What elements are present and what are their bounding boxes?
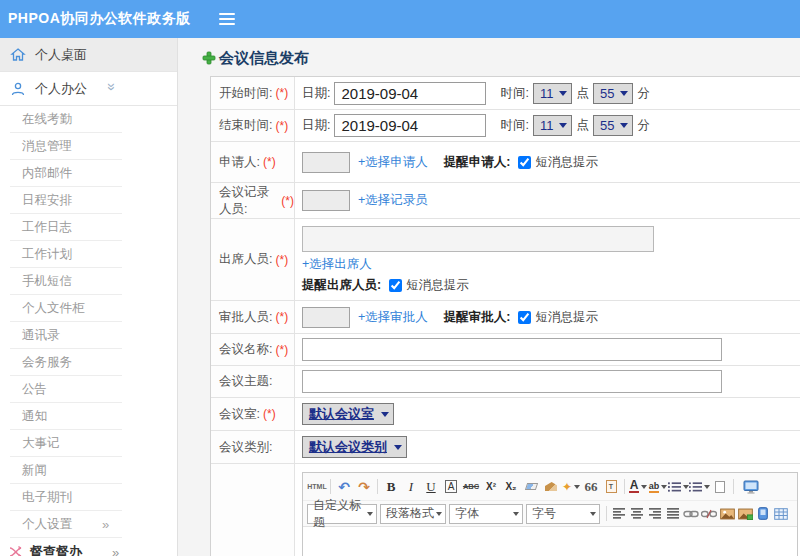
fullscreen-button[interactable]: [741, 477, 761, 497]
media-icon: [758, 507, 768, 520]
italic-button[interactable]: I: [401, 477, 421, 497]
heading-select[interactable]: 自定义标题: [307, 504, 377, 524]
underline-button[interactable]: U: [421, 477, 441, 497]
sidebar-item-schedule[interactable]: 日程安排: [0, 187, 177, 214]
choose-applicant-link[interactable]: +选择申请人: [358, 154, 428, 171]
ordered-list-button[interactable]: [668, 477, 689, 497]
sidebar-item-online-attendance[interactable]: 在线考勤: [0, 106, 177, 133]
hour-unit-label: 点: [576, 117, 589, 134]
shuffle-icon: [8, 544, 24, 556]
choose-approver-link[interactable]: +选择审批人: [358, 309, 428, 326]
start-date-input[interactable]: [334, 82, 486, 105]
end-time-row: 结束时间: (*) 日期: 时间: 11 点 55 分: [211, 110, 800, 142]
align-left-button[interactable]: [610, 504, 628, 524]
approver-input[interactable]: [302, 307, 350, 328]
sidebar-item-label: 公告: [22, 381, 47, 398]
date-label: 日期:: [302, 85, 330, 102]
paste-button[interactable]: T: [601, 477, 621, 497]
sidebar-item-personal-settings[interactable]: 个人设置 »: [0, 511, 177, 538]
superscript-button[interactable]: X²: [481, 477, 501, 497]
dropdown-arrow-icon: [394, 445, 402, 450]
attendees-textarea[interactable]: [302, 226, 654, 252]
sidebar-item-personal-office[interactable]: 个人办公 »: [0, 72, 177, 106]
paragraph-format-select[interactable]: 段落格式: [380, 504, 446, 524]
approver-sms-checkbox[interactable]: [518, 311, 531, 324]
hour-unit-label: 点: [576, 85, 589, 102]
sidebar-item-meeting-service[interactable]: 会务服务: [0, 349, 177, 376]
font-family-select[interactable]: 字体: [449, 504, 523, 524]
meeting-room-select[interactable]: 默认会议室: [302, 403, 394, 425]
bold-button[interactable]: B: [381, 477, 401, 497]
font-size-select[interactable]: 字号: [526, 504, 600, 524]
ordered-list-icon: [668, 481, 681, 493]
editor-toolbar-row2: 自定义标题 段落格式 字体 字号: [303, 500, 797, 527]
sidebar-item-mobile-sms[interactable]: 手机短信: [0, 268, 177, 295]
strikethrough-button[interactable]: ABC: [461, 477, 481, 497]
font-color-button[interactable]: A: [628, 477, 648, 497]
sidebar-item-contacts[interactable]: 通讯录: [0, 322, 177, 349]
sidebar-item-label: 电子期刊: [22, 489, 72, 506]
end-hour-select[interactable]: 11: [533, 115, 573, 136]
meeting-topic-input[interactable]: [302, 370, 722, 393]
sidebar-item-e-journal[interactable]: 电子期刊: [0, 484, 177, 511]
sidebar-item-work-log[interactable]: 工作日志: [0, 214, 177, 241]
auto-format-button[interactable]: ✦: [561, 477, 581, 497]
editor-content-area[interactable]: [303, 527, 797, 556]
insert-table-button[interactable]: [772, 504, 790, 524]
format-brush-button[interactable]: [541, 477, 561, 497]
hamburger-menu-icon[interactable]: [219, 10, 235, 28]
subscript-button[interactable]: X₂: [501, 477, 521, 497]
redo-button[interactable]: ↷: [354, 477, 374, 497]
sidebar-item-notice[interactable]: 通知: [0, 403, 177, 430]
end-minute-select[interactable]: 55: [593, 115, 633, 136]
start-minute-select[interactable]: 55: [593, 83, 633, 104]
html-source-button[interactable]: HTML: [307, 477, 327, 497]
sms-notify-label: 短消息提示: [535, 309, 598, 326]
field-label: 审批人员: (*): [211, 301, 295, 333]
sidebar-item-personal-files[interactable]: 个人文件柜: [0, 295, 177, 322]
meeting-category-select[interactable]: 默认会议类别: [302, 436, 407, 458]
insert-link-button[interactable]: [682, 504, 700, 524]
choose-recorder-link[interactable]: +选择记录员: [358, 192, 428, 209]
sidebar-item-memorabilia[interactable]: 大事记: [0, 430, 177, 457]
highlight-button[interactable]: ab: [648, 477, 668, 497]
recorder-row: 会议记录人员: (*) +选择记录员: [211, 183, 800, 219]
upload-image-button[interactable]: [736, 504, 754, 524]
char-border-button[interactable]: A: [441, 477, 461, 497]
choose-attendees-link[interactable]: +选择出席人: [302, 256, 372, 273]
sidebar-item-message-management[interactable]: 消息管理: [0, 133, 177, 160]
align-right-button[interactable]: [646, 504, 664, 524]
blockquote-button[interactable]: 66: [581, 477, 601, 497]
recorder-input[interactable]: [302, 190, 350, 211]
dropdown-arrow-icon: [590, 512, 596, 516]
required-mark: (*): [263, 155, 276, 169]
sidebar-item-label: 通讯录: [22, 327, 60, 344]
insert-image-button[interactable]: [718, 504, 736, 524]
sidebar-item-personal-desktop[interactable]: 个人桌面: [0, 38, 177, 72]
sidebar-item-announcement[interactable]: 公告: [0, 376, 177, 403]
sms-notify-label: 短消息提示: [535, 154, 598, 171]
undo-button[interactable]: ↶: [334, 477, 354, 497]
end-date-input[interactable]: [334, 114, 486, 137]
sidebar-item-supervision[interactable]: 督查督办 »: [0, 538, 177, 556]
sidebar-item-internal-mail[interactable]: 内部邮件: [0, 160, 177, 187]
sidebar-item-label: 大事记: [22, 435, 60, 452]
sidebar-item-label: 手机短信: [22, 273, 72, 290]
image-add-icon: [738, 508, 753, 520]
sidebar-item-news[interactable]: 新闻: [0, 457, 177, 484]
remove-link-button[interactable]: [700, 504, 718, 524]
unordered-list-button[interactable]: [689, 477, 710, 497]
insert-media-button[interactable]: [754, 504, 772, 524]
attendees-sms-checkbox[interactable]: [389, 279, 402, 292]
applicant-input[interactable]: [302, 152, 350, 173]
start-hour-select[interactable]: 11: [533, 83, 573, 104]
applicant-sms-checkbox[interactable]: [518, 156, 531, 169]
sidebar-item-work-plan[interactable]: 工作计划: [0, 241, 177, 268]
meeting-name-input[interactable]: [302, 338, 722, 361]
dropdown-arrow-icon: [641, 485, 647, 489]
align-center-button[interactable]: [628, 504, 646, 524]
eraser-button[interactable]: [521, 477, 541, 497]
date-label: 日期:: [302, 117, 330, 134]
align-justify-button[interactable]: [664, 504, 682, 524]
new-page-button[interactable]: [710, 477, 730, 497]
